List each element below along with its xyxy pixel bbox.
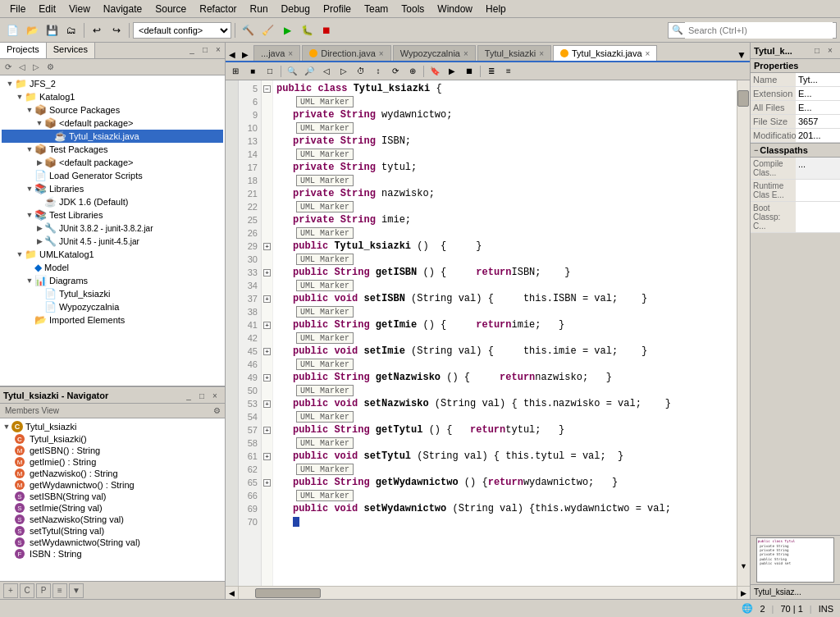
tab-close-tytul-java[interactable]: × [646, 49, 651, 58]
expand-junit38[interactable]: ▶ [34, 223, 44, 233]
debug-btn[interactable]: 🐛 [298, 21, 316, 39]
tree-default-pkg[interactable]: ▼ 📦 <default package> [2, 117, 223, 130]
expand-junit45[interactable]: ▶ [34, 236, 44, 246]
ed-stop[interactable]: ⏹ [461, 64, 477, 79]
tab-close-direction[interactable]: × [379, 49, 384, 58]
sync-btn[interactable]: ⟳ [2, 61, 15, 74]
menu-navigate[interactable]: Navigate [97, 2, 148, 16]
fold-57[interactable]: + [262, 423, 272, 436]
expand-test[interactable]: ▼ [25, 144, 34, 154]
expand-diagrams[interactable]: ▼ [25, 276, 34, 286]
minimize-btn[interactable]: _ [185, 43, 199, 56]
tree-uml-katalog[interactable]: ▼ 📁 UMLKatalog1 [2, 248, 223, 261]
new-btn[interactable]: 📄 [3, 21, 21, 39]
redo-btn[interactable]: ↪ [107, 21, 126, 39]
tree-load-scripts[interactable]: 📄 Load Generator Scripts [2, 169, 223, 182]
stop-btn[interactable]: ⏹ [317, 21, 336, 39]
ed-history[interactable]: ⏱ [353, 64, 369, 79]
menu-refactor[interactable]: Refactor [193, 2, 243, 16]
tree-test-libs[interactable]: ▼ 📚 Test Libraries [2, 208, 223, 222]
expand-src[interactable]: ▼ [25, 105, 34, 115]
nav-member-setimie[interactable]: S setImie(String val) [2, 502, 223, 514]
expand-jfs2[interactable]: ▼ [5, 79, 15, 89]
fold-49[interactable]: + [262, 371, 272, 384]
fold-41[interactable]: + [262, 318, 272, 331]
tree-imported[interactable]: 📂 Imported Elements [2, 313, 223, 327]
ed-btn3[interactable]: □ [262, 64, 278, 79]
projects-tab[interactable]: Projects [0, 43, 47, 58]
filter-btn[interactable]: ▼ [69, 583, 84, 598]
tab-close-tytul[interactable]: × [539, 49, 544, 58]
tree-junit38[interactable]: ▶ 🔧 JUnit 3.8.2 - junit-3.8.2.jar [2, 222, 223, 235]
services-tab[interactable]: Services [47, 43, 95, 58]
tree-test-pkg[interactable]: ▼ 📦 Test Packages [2, 143, 223, 156]
expand-default[interactable]: ▼ [34, 118, 44, 128]
ed-run[interactable]: ▶ [444, 64, 460, 79]
config-combo[interactable]: <default config> [133, 22, 231, 39]
tree-junit45[interactable]: ▶ 🔧 JUnit 4.5 - junit-4.5.jar [2, 235, 223, 248]
nav-member-getwyd[interactable]: M getWydawnictwo() : String [2, 479, 223, 491]
run-btn[interactable]: ▶ [278, 21, 296, 39]
ed-btn1[interactable]: ⊞ [227, 64, 244, 79]
tree-tytul-diag[interactable]: 📄 Tytul_ksiazki [2, 287, 223, 300]
fold-65[interactable]: + [262, 476, 272, 489]
menu-help[interactable]: Help [479, 2, 513, 16]
nav-member-setnazwisko[interactable]: S setNazwisko(String val) [2, 514, 223, 525]
menu-run[interactable]: Run [244, 2, 275, 16]
fold-45[interactable]: + [262, 345, 272, 358]
menu-view[interactable]: View [62, 2, 97, 16]
ed-zoom-out[interactable]: 🔎 [301, 64, 317, 79]
props-compile-value[interactable]: ... [796, 158, 840, 179]
save-all-btn[interactable]: 🗂 [62, 21, 80, 39]
fold-61[interactable]: + [262, 450, 272, 463]
undo-btn[interactable]: ↩ [88, 21, 106, 39]
hscroll-right-btn[interactable]: ▶ [737, 587, 750, 600]
ed-uml2[interactable]: ≡ [500, 64, 517, 79]
ed-bookmark[interactable]: 🔖 [427, 64, 443, 79]
menu-team[interactable]: Team [358, 2, 395, 16]
nav-member-getisbn[interactable]: M getISBN() : String [2, 445, 223, 456]
tree-tytul-java[interactable]: ☕ Tytul_ksiazki.java [2, 130, 223, 143]
expand-uml[interactable]: ▼ [15, 249, 25, 259]
ed-toggle[interactable]: ↕ [370, 64, 386, 79]
menu-source[interactable]: Source [148, 2, 193, 16]
expand-nav-class[interactable]: ▼ [2, 422, 11, 432]
search-input[interactable] [685, 22, 833, 39]
ed-sync[interactable]: ⟳ [387, 64, 404, 79]
forward-btn[interactable]: ▷ [30, 61, 43, 74]
tab-close-java[interactable]: × [288, 49, 293, 58]
ed-back[interactable]: ◁ [318, 64, 335, 79]
expand-test-libs[interactable]: ▼ [25, 210, 34, 220]
hscroll-left-btn[interactable]: ◀ [226, 587, 239, 600]
menu-debug[interactable]: Debug [275, 2, 317, 16]
scroll-down-btn[interactable]: ▼ [737, 560, 750, 573]
tab-close-wypoz[interactable]: × [463, 49, 468, 58]
nav-member-setwyd[interactable]: S setWydawnictwo(String val) [2, 537, 223, 548]
class-view-btn[interactable]: C [20, 583, 34, 598]
expand-libs[interactable]: ▼ [25, 184, 34, 194]
tree-model[interactable]: ◆ Model [2, 261, 223, 274]
tree-src-pkg[interactable]: ▼ 📦 Source Packages [2, 103, 223, 117]
back-btn[interactable]: ◁ [16, 61, 29, 74]
fold-37[interactable]: + [262, 292, 272, 305]
menu-window[interactable]: Window [431, 2, 479, 16]
nav-settings[interactable]: ⚙ [210, 404, 223, 418]
nav-close[interactable]: × [208, 389, 221, 402]
vscrollbar[interactable]: ▼ [737, 80, 750, 586]
menu-profile[interactable]: Profile [317, 2, 358, 16]
nav-member-getimie[interactable]: M getImie() : String [2, 456, 223, 468]
hscroll-thumb[interactable] [255, 588, 321, 598]
hscroll-track[interactable] [239, 587, 737, 600]
tab-direction[interactable]: Direction.java × [302, 45, 390, 61]
code-text[interactable]: public class Tytul_ksiazki { UML Marker … [273, 80, 737, 586]
tab-scroll-left[interactable]: ◀ [226, 48, 239, 61]
props-close[interactable]: × [824, 44, 837, 57]
expand-katalog1[interactable]: ▼ [15, 92, 25, 102]
ed-uml1[interactable]: ≣ [483, 64, 500, 79]
menu-edit[interactable]: Edit [32, 2, 62, 16]
save-btn[interactable]: 💾 [43, 21, 61, 39]
clean-btn[interactable]: 🧹 [258, 21, 276, 39]
maximize-btn[interactable]: □ [199, 43, 212, 56]
tab-menu-btn[interactable]: ▼ [733, 49, 750, 61]
fold-53[interactable]: + [262, 397, 272, 410]
